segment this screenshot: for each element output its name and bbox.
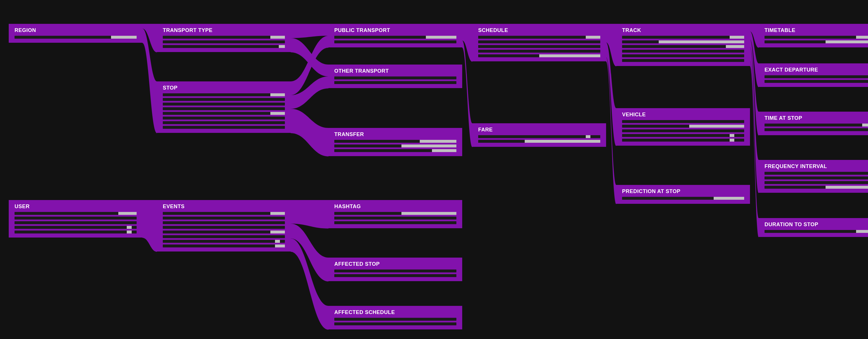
attr-row <box>622 120 744 123</box>
attr-highlight <box>730 134 735 137</box>
attr-row <box>334 217 456 219</box>
attr-highlight <box>826 186 868 189</box>
node-duration-to-stop: DURATION TO STOP <box>759 218 868 237</box>
attr-row <box>14 230 136 234</box>
flow-public-transport-to-schedule <box>462 24 472 62</box>
attr-row <box>163 235 285 238</box>
attr-highlight <box>127 226 132 229</box>
flow-track-to-duration-to-stop <box>750 61 759 237</box>
diagram-canvas: REGIONTRANSPORT TYPESTOPPUBLIC TRANSPORT… <box>0 0 868 339</box>
node-other-transport: OTHER TRANSPORT <box>329 65 462 88</box>
attr-row <box>14 221 136 224</box>
attr-row <box>478 50 600 53</box>
node-title: EVENTS <box>157 200 291 212</box>
attr-list <box>759 75 868 87</box>
attr-row <box>14 217 136 219</box>
attr-list <box>157 93 291 133</box>
attr-highlight <box>856 36 868 39</box>
attr-row <box>478 135 600 138</box>
attr-row <box>163 107 285 110</box>
attr-row <box>622 129 744 132</box>
attr-row <box>765 186 868 189</box>
attr-row <box>163 245 285 247</box>
attr-row <box>622 125 744 128</box>
attr-row <box>478 140 600 143</box>
attr-list <box>329 36 462 48</box>
flow-schedule-to-prediction <box>606 57 616 204</box>
flow-track-to-frequency <box>750 47 759 193</box>
attr-highlight <box>270 230 285 234</box>
attr-row <box>14 226 136 229</box>
node-title: TIMETABLE <box>759 24 868 36</box>
attr-row <box>765 177 868 179</box>
attr-highlight <box>111 36 136 39</box>
node-title: SCHEDULE <box>472 24 606 36</box>
flow-public-transport-to-fare <box>462 40 472 147</box>
attr-highlight <box>730 139 735 142</box>
attr-highlight <box>714 197 744 200</box>
node-title: HASHTAG <box>329 200 462 212</box>
attr-highlight <box>689 125 744 128</box>
node-fare: FARE <box>472 123 606 147</box>
attr-row <box>622 139 744 142</box>
attr-highlight <box>420 140 456 143</box>
attr-row <box>765 172 868 175</box>
attr-row <box>334 274 456 277</box>
attr-highlight <box>586 36 600 39</box>
attr-highlight <box>539 54 600 57</box>
attr-list <box>759 230 868 237</box>
attr-row <box>334 322 456 325</box>
flow-transport-type-to-public-transport <box>291 24 329 38</box>
attr-highlight <box>401 145 456 147</box>
attr-row <box>163 98 285 101</box>
attr-list <box>329 140 462 156</box>
attr-highlight <box>270 93 285 96</box>
attr-row <box>334 318 456 321</box>
attr-row <box>622 45 744 48</box>
attr-row <box>334 40 456 43</box>
flow-stop-to-other-transport <box>291 76 329 109</box>
attr-row <box>622 36 744 39</box>
attr-list <box>9 212 143 238</box>
attr-list <box>329 270 462 281</box>
attr-row <box>765 181 868 184</box>
node-prediction: PREDICTION AT STOP <box>616 185 750 204</box>
attr-row <box>163 221 285 224</box>
attr-row <box>765 80 868 83</box>
node-title: PREDICTION AT STOP <box>616 185 750 197</box>
attr-list <box>759 36 868 48</box>
attr-highlight <box>659 40 744 43</box>
attr-highlight <box>270 36 285 39</box>
attr-row <box>622 40 744 43</box>
attr-row <box>765 75 868 78</box>
attr-list <box>616 36 750 66</box>
attr-row <box>478 54 600 57</box>
attr-list <box>329 76 462 88</box>
attr-row <box>163 117 285 120</box>
attr-row <box>765 40 868 43</box>
node-title: EXACT DEPARTURE <box>759 63 868 75</box>
attr-highlight <box>127 230 132 234</box>
attr-highlight <box>270 112 285 115</box>
attr-row <box>163 36 285 39</box>
attr-row <box>163 45 285 48</box>
attr-row <box>765 36 868 39</box>
node-track: TRACK <box>616 24 750 66</box>
flow-user-to-events <box>143 200 157 252</box>
node-user: USER <box>9 200 143 238</box>
node-title: DURATION TO STOP <box>759 218 868 230</box>
node-exact-departure: EXACT DEPARTURE <box>759 63 868 87</box>
attr-row <box>334 140 456 143</box>
attr-highlight <box>118 212 136 215</box>
attr-row <box>163 217 285 219</box>
flow-schedule-to-vehicle <box>606 42 616 146</box>
flow-events-to-affected-schedule <box>291 238 329 330</box>
node-title: TRACK <box>616 24 750 36</box>
node-title: TIME AT STOP <box>759 112 868 124</box>
attr-row <box>622 50 744 53</box>
node-region: REGION <box>9 24 143 43</box>
attr-row <box>765 124 868 126</box>
node-affected-stop: AFFECTED STOP <box>329 257 462 281</box>
attr-row <box>163 226 285 229</box>
attr-highlight <box>525 140 600 143</box>
